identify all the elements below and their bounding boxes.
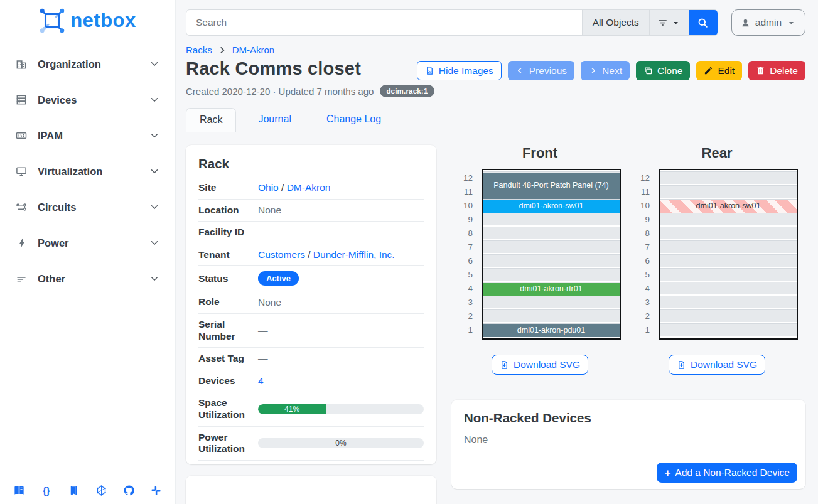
unit-number: 2 <box>636 309 650 323</box>
rear-title: Rear <box>702 145 733 161</box>
delete-button[interactable]: Delete <box>748 61 805 80</box>
sidebar-item-devices[interactable]: Devices <box>8 87 168 112</box>
clone-button[interactable]: Clone <box>636 61 691 80</box>
attribute-value: — <box>258 313 424 347</box>
rack-device-dmi01-akron-rtr01[interactable]: dmi01-akron-rtr01 <box>483 283 620 296</box>
rack-slot-empty[interactable] <box>660 171 797 184</box>
front-unit-numbers: 121110987654321 <box>459 169 473 340</box>
edit-button[interactable]: Edit <box>696 61 742 80</box>
rack-device-panduit-48-port-patch-panel-74-[interactable]: Panduit 48-Port Patch Panel (74) <box>483 173 620 199</box>
rack-slot-empty[interactable] <box>660 227 797 239</box>
front-download-svg-button[interactable]: Download SVG <box>492 355 588 375</box>
github-icon[interactable] <box>122 484 135 496</box>
rack-slot-empty[interactable] <box>660 323 797 336</box>
search-input[interactable] <box>186 10 582 35</box>
rack-slot-empty[interactable] <box>660 240 797 253</box>
devices-link[interactable]: 4 <box>258 375 264 386</box>
front-elevation: Front 121110987654321 Panduit 48-Port Pa… <box>451 145 628 375</box>
table-row: Facility ID— <box>198 222 424 244</box>
table-row: StatusActive <box>198 266 424 291</box>
table-row: Serial Number— <box>198 313 424 347</box>
rack-slot-empty[interactable] <box>483 227 620 239</box>
rack-slot-empty[interactable] <box>483 268 620 281</box>
rack-slot-empty[interactable] <box>660 296 797 308</box>
graphql-icon[interactable] <box>95 484 107 496</box>
attribute-value: None <box>258 291 424 314</box>
attribute-label: Power Utilization <box>198 426 258 460</box>
rack-slot-empty[interactable] <box>660 282 797 294</box>
plus-icon: + <box>664 468 670 478</box>
rack-slot-empty[interactable] <box>660 309 797 322</box>
rack-slot-empty[interactable] <box>483 309 620 322</box>
sidebar-item-other[interactable]: Other <box>8 266 168 291</box>
unit-number: 5 <box>636 268 650 282</box>
hide-images-button[interactable]: Hide Images <box>417 61 502 80</box>
unit-number: 4 <box>636 282 650 296</box>
unit-number: 3 <box>636 296 650 309</box>
power-utilization-bar: 0% <box>258 438 424 448</box>
rack-slot-empty[interactable] <box>660 185 797 198</box>
unit-number: 8 <box>636 227 650 240</box>
slack-icon[interactable] <box>150 484 163 496</box>
sidebar-item-power[interactable]: Power <box>8 230 168 255</box>
attribute-label: Status <box>198 266 258 291</box>
user-menu-button[interactable]: admin <box>731 9 805 36</box>
tab-journal[interactable]: Journal <box>245 108 304 132</box>
previous-button[interactable]: Previous <box>508 61 574 80</box>
attribute-value: — <box>258 348 424 370</box>
netbox-logo[interactable]: netbox <box>0 0 175 40</box>
rack-slot-empty[interactable] <box>483 213 620 225</box>
breadcrumb-racks-link[interactable]: Racks <box>186 45 212 55</box>
tab-change-log[interactable]: Change Log <box>313 108 394 132</box>
front-title: Front <box>522 145 557 161</box>
search-scope-dropdown[interactable]: All Objects <box>582 10 649 35</box>
rear-elevation: Rear 121110987654321 dmi01-akron-sw01 Do… <box>628 145 805 375</box>
rear-download-svg-button[interactable]: Download SVG <box>669 355 765 375</box>
left-column: Rack SiteOhio / DM-AkronLocationNoneFaci… <box>186 145 436 504</box>
attribute-label: Role <box>198 291 258 314</box>
rack-info-card: Rack SiteOhio / DM-AkronLocationNoneFaci… <box>186 145 436 464</box>
unit-number: 10 <box>459 199 473 213</box>
rack-slot-empty[interactable] <box>660 254 797 267</box>
unit-number: 4 <box>459 282 473 296</box>
rear-unit-numbers: 121110987654321 <box>636 169 650 340</box>
rack-device-dmi01-akron-sw01[interactable]: dmi01-akron-sw01 <box>483 200 620 213</box>
customers-link[interactable]: Customers <box>258 249 305 260</box>
rack-slot-empty[interactable] <box>483 296 620 308</box>
right-column: Front 121110987654321 Panduit 48-Port Pa… <box>451 145 805 489</box>
unit-number: 10 <box>636 199 650 213</box>
search-filter-button[interactable] <box>649 10 689 35</box>
rack-slot-empty[interactable] <box>660 268 797 281</box>
dm-akron-link[interactable]: DM-Akron <box>287 182 331 193</box>
unit-number: 1 <box>636 323 650 337</box>
search-submit-button[interactable] <box>689 10 718 35</box>
rack-slot-empty[interactable] <box>483 254 620 267</box>
next-button[interactable]: Next <box>581 61 630 80</box>
attribute-label: Facility ID <box>198 222 258 244</box>
rack-card-title: Rack <box>198 156 424 171</box>
sidebar-item-ipam[interactable]: IPAM <box>8 123 168 148</box>
ohio-link[interactable]: Ohio <box>258 182 279 193</box>
sidebar-item-virtualization[interactable]: Virtualization <box>8 159 168 184</box>
rest-api-braces-icon[interactable]: {} <box>40 484 53 496</box>
chevron-right-icon <box>588 66 598 75</box>
space-utilization-bar: 41% <box>258 404 424 414</box>
sidebar-item-organization[interactable]: Organization <box>8 51 168 77</box>
docs-book-icon[interactable] <box>13 484 25 496</box>
dunder-mifflin-inc--link[interactable]: Dunder-Mifflin, Inc. <box>313 249 395 260</box>
rack-device-dmi01-akron-sw01[interactable]: dmi01-akron-sw01 <box>660 200 797 213</box>
api-docs-icon[interactable] <box>68 484 80 496</box>
download-svg-label: Download SVG <box>691 359 757 370</box>
add-non-racked-device-button[interactable]: + Add a Non-Racked Device <box>657 463 797 483</box>
rack-slot-empty[interactable] <box>483 240 620 253</box>
breadcrumb-dm-akron-link[interactable]: DM-Akron <box>232 45 275 55</box>
rack-slot-empty[interactable] <box>660 213 797 225</box>
sidebar-item-circuits[interactable]: Circuits <box>8 195 168 220</box>
unit-number: 11 <box>459 185 473 199</box>
tab-rack[interactable]: Rack <box>186 108 236 132</box>
hide-images-label: Hide Images <box>439 65 493 77</box>
table-row: Devices4 <box>198 370 424 392</box>
netbox-logo-icon <box>39 8 65 34</box>
rack-device-dmi01-akron-pdu01[interactable]: dmi01-akron-pdu01 <box>483 324 620 337</box>
attribute-value: 0% <box>258 426 424 460</box>
